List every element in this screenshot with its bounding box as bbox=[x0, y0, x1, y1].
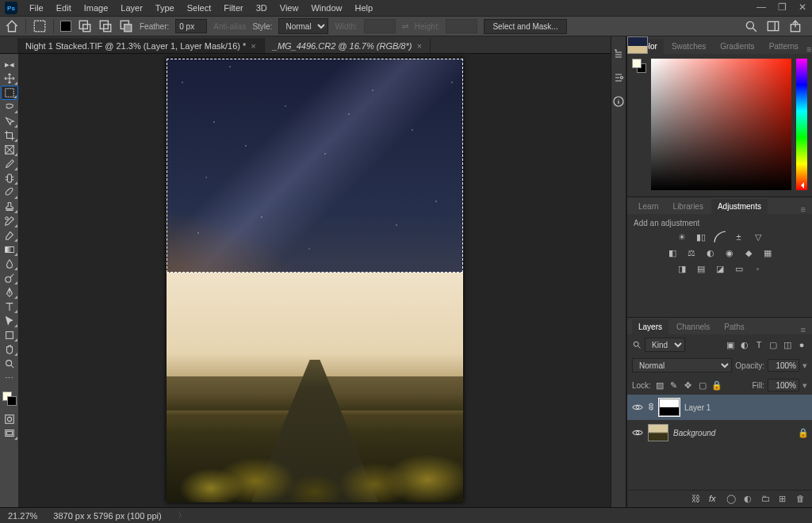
search-icon[interactable] bbox=[744, 19, 758, 33]
fx-icon[interactable]: fx bbox=[709, 494, 720, 505]
filter-shape-icon[interactable]: ▢ bbox=[768, 339, 779, 350]
menu-type[interactable]: Type bbox=[150, 2, 180, 14]
poster-adj-icon[interactable]: ▤ bbox=[695, 263, 707, 274]
dodge-tool[interactable] bbox=[1, 271, 18, 285]
doc-dims-readout[interactable]: 3870 px x 5796 px (100 ppi) bbox=[53, 511, 161, 521]
bw-adj-icon[interactable]: ◐ bbox=[704, 247, 717, 258]
eraser-tool[interactable] bbox=[1, 228, 18, 242]
selection-new-icon[interactable] bbox=[60, 21, 71, 32]
tab-patterns[interactable]: Patterns bbox=[763, 39, 805, 54]
move-tool[interactable] bbox=[1, 71, 18, 86]
stamp-tool[interactable] bbox=[1, 200, 18, 214]
brush-tool[interactable] bbox=[1, 185, 18, 200]
exposure-adj-icon[interactable]: ± bbox=[733, 231, 745, 242]
home-icon[interactable] bbox=[5, 19, 19, 33]
crop-tool[interactable] bbox=[1, 128, 18, 143]
layer-thumb[interactable] bbox=[648, 424, 668, 441]
delete-layer-icon[interactable]: 🗑 bbox=[796, 494, 807, 505]
handles-icon[interactable]: ▸◂ bbox=[1, 57, 18, 71]
tab-libraries[interactable]: Libraries bbox=[667, 199, 710, 214]
type-tool[interactable] bbox=[1, 300, 18, 314]
hue-adj-icon[interactable]: ◧ bbox=[666, 247, 679, 258]
link-layers-icon[interactable]: ⛓ bbox=[691, 494, 703, 505]
filter-type-icon[interactable]: T bbox=[753, 339, 764, 350]
properties-panel-icon[interactable] bbox=[612, 71, 625, 84]
menu-edit[interactable]: Edit bbox=[51, 2, 77, 14]
blend-mode-select[interactable]: Normal bbox=[632, 358, 732, 372]
quickmask-icon[interactable] bbox=[1, 412, 18, 426]
filter-toggle-icon[interactable]: ● bbox=[796, 339, 807, 350]
status-chevron-icon[interactable]: 〉 bbox=[178, 510, 186, 521]
vibrance-adj-icon[interactable]: ▽ bbox=[752, 231, 764, 242]
share-icon[interactable] bbox=[788, 19, 802, 33]
color-field[interactable] bbox=[651, 59, 791, 190]
layer-row[interactable]: Background 🔒 bbox=[627, 420, 812, 445]
mask-link-icon[interactable] bbox=[648, 402, 654, 413]
lock-artb-icon[interactable]: ▢ bbox=[697, 380, 708, 391]
workspace-icon[interactable] bbox=[766, 19, 780, 33]
color-fgbg-swatch[interactable] bbox=[632, 59, 646, 192]
channel-mixer-adj-icon[interactable]: ◆ bbox=[742, 247, 755, 258]
menu-help[interactable]: Help bbox=[350, 2, 379, 14]
style-select[interactable]: Normal bbox=[278, 18, 328, 34]
photo-filter-adj-icon[interactable]: ◉ bbox=[723, 247, 736, 258]
new-adj-icon[interactable]: ◐ bbox=[744, 494, 755, 505]
panel-menu-icon[interactable]: ≡ bbox=[801, 204, 807, 214]
blur-tool[interactable] bbox=[1, 257, 18, 271]
menu-window[interactable]: Window bbox=[305, 2, 347, 14]
mask-thumb[interactable] bbox=[659, 399, 680, 416]
layer-row[interactable]: Layer 1 bbox=[627, 395, 812, 420]
visibility-icon[interactable] bbox=[632, 427, 643, 438]
layer-name[interactable]: Background bbox=[673, 429, 793, 437]
history-brush-tool[interactable] bbox=[1, 214, 18, 228]
threshold-adj-icon[interactable]: ◪ bbox=[714, 263, 726, 274]
colorbal-adj-icon[interactable]: ⚖ bbox=[685, 247, 698, 258]
shape-tool[interactable] bbox=[1, 328, 18, 342]
panel-menu-icon[interactable]: ≡ bbox=[806, 44, 812, 54]
hue-slider[interactable] bbox=[796, 59, 807, 190]
pen-tool[interactable] bbox=[1, 285, 18, 300]
brightness-adj-icon[interactable]: ☀ bbox=[676, 231, 688, 242]
quick-select-tool[interactable] bbox=[1, 114, 18, 128]
curves-adj-icon[interactable] bbox=[714, 231, 726, 242]
select-and-mask-button[interactable]: Select and Mask... bbox=[484, 19, 566, 34]
marquee-tool[interactable] bbox=[1, 86, 18, 100]
visibility-icon[interactable] bbox=[632, 402, 643, 413]
lock-pos-icon[interactable]: ✥ bbox=[683, 380, 694, 391]
menu-file[interactable]: File bbox=[24, 2, 49, 14]
new-layer-icon[interactable]: ⊞ bbox=[779, 494, 790, 505]
document-canvas[interactable] bbox=[167, 59, 463, 502]
lut-adj-icon[interactable]: ▦ bbox=[761, 247, 774, 258]
filter-search-icon[interactable] bbox=[632, 340, 642, 349]
layer-filter-select[interactable]: Kind bbox=[645, 338, 685, 352]
menu-select[interactable]: Select bbox=[182, 2, 217, 14]
zoom-tool[interactable] bbox=[1, 357, 18, 371]
frame-tool[interactable] bbox=[1, 143, 18, 157]
lock-paint-icon[interactable]: ✎ bbox=[668, 380, 680, 391]
invert-adj-icon[interactable]: ◨ bbox=[676, 263, 688, 274]
menu-view[interactable]: View bbox=[274, 2, 304, 14]
filter-smart-icon[interactable]: ◫ bbox=[782, 339, 793, 350]
tab-learn[interactable]: Learn bbox=[632, 199, 665, 214]
lasso-tool[interactable] bbox=[1, 100, 18, 114]
gradmap-adj-icon[interactable]: ▭ bbox=[733, 263, 745, 274]
tab-swatches[interactable]: Swatches bbox=[665, 39, 712, 54]
gradient-tool[interactable] bbox=[1, 242, 18, 257]
feather-input[interactable] bbox=[175, 19, 207, 33]
new-group-icon[interactable]: 🗀 bbox=[761, 494, 772, 505]
document-tab-2[interactable]: _MG_4496.CR2 @ 16.7% (RGB/8*)× bbox=[265, 38, 431, 53]
info-panel-icon[interactable] bbox=[612, 95, 625, 108]
tab-close-icon[interactable]: × bbox=[416, 41, 421, 51]
selective-adj-icon[interactable]: ◦ bbox=[752, 263, 764, 274]
add-mask-icon[interactable]: ◯ bbox=[726, 494, 737, 505]
tab-layers[interactable]: Layers bbox=[632, 319, 668, 334]
menu-filter[interactable]: Filter bbox=[218, 2, 248, 14]
screenmode-icon[interactable] bbox=[1, 426, 18, 441]
fill-input[interactable] bbox=[768, 379, 799, 391]
close-icon[interactable]: ✕ bbox=[796, 2, 809, 13]
menu-image[interactable]: Image bbox=[79, 2, 114, 14]
path-select-tool[interactable] bbox=[1, 314, 18, 328]
document-tab-1[interactable]: Night 1 Stacked.TIF @ 21.3% (Layer 1, La… bbox=[17, 38, 265, 53]
tab-channels[interactable]: Channels bbox=[670, 319, 716, 334]
healing-tool[interactable] bbox=[1, 171, 18, 185]
